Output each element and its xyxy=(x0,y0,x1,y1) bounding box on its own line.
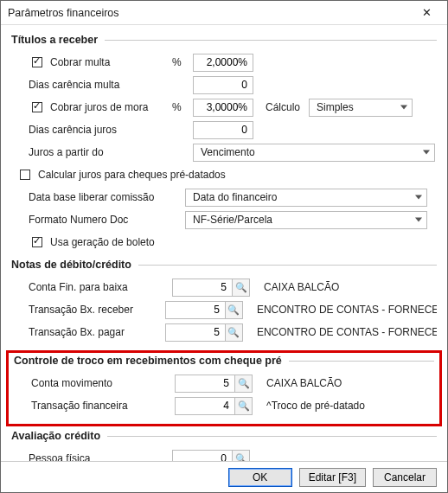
conta-mov-label: Conta movimento xyxy=(31,377,112,389)
carencia-juros-input[interactable] xyxy=(193,121,253,139)
chevron-down-icon xyxy=(415,195,422,200)
tx-fin-desc: ^Troco de pré-datado xyxy=(266,400,365,412)
calc-precheque-label: Calcular juros para cheques pré-datados xyxy=(38,169,226,181)
mora-percent-input[interactable] xyxy=(193,99,253,117)
search-icon: 🔍 xyxy=(235,453,247,462)
ok-button[interactable]: OK xyxy=(228,468,292,487)
conta-fin-input[interactable] xyxy=(172,279,233,297)
group-titulos: Títulos a receber Cobrar multa % Dias ca… xyxy=(11,34,437,255)
carencia-juros-label: Dias carência juros xyxy=(29,124,117,136)
group-header-debito: Notas de débito/crédito xyxy=(11,259,437,271)
carencia-multa-label: Dias carência multa xyxy=(29,79,119,91)
tx-pagar-lookup-button[interactable]: 🔍 xyxy=(226,323,243,342)
juros-apartir-value: Vencimento xyxy=(201,146,255,158)
separator-line xyxy=(105,40,437,41)
separator-line xyxy=(107,436,437,437)
dialog-window: Parâmetros financeiros ✕ Títulos a receb… xyxy=(0,0,448,493)
group-debito: Notas de débito/crédito Conta Fin. para … xyxy=(11,259,437,345)
highlight-box: Controle de troco em recebimentos com ch… xyxy=(6,350,442,426)
chevron-down-icon xyxy=(423,150,430,155)
group-header-label: Notas de débito/crédito xyxy=(11,259,131,271)
calculo-label: Cálculo xyxy=(266,101,300,113)
tx-receber-lookup-button[interactable]: 🔍 xyxy=(226,301,243,319)
chevron-down-icon xyxy=(415,218,422,222)
conta-mov-input[interactable] xyxy=(175,375,235,393)
titlebar: Parâmetros financeiros ✕ xyxy=(1,1,447,25)
cobrar-mora-label: Cobrar juros de mora xyxy=(50,101,148,113)
data-base-combo[interactable]: Data do financeiro xyxy=(185,189,427,207)
group-header-titulos: Títulos a receber xyxy=(11,34,437,46)
usa-boleto-label: Usa geração de boleto xyxy=(50,236,155,248)
pf-lookup-button[interactable]: 🔍 xyxy=(233,450,250,462)
cobrar-multa-checkbox[interactable] xyxy=(32,57,42,67)
pf-label: Pessoa física xyxy=(29,452,90,461)
juros-apartir-label: Juros a partir do xyxy=(29,146,104,158)
pf-input[interactable] xyxy=(172,450,233,462)
group-header-label: Avaliação crédito xyxy=(11,430,100,442)
formato-doc-combo[interactable]: NF-Série/Parcela xyxy=(185,211,427,229)
separator-line xyxy=(289,361,434,362)
conta-mov-lookup-button[interactable]: 🔍 xyxy=(235,375,253,393)
cobrar-multa-label: Cobrar multa xyxy=(50,56,110,68)
close-button[interactable]: ✕ xyxy=(411,3,442,23)
data-base-label: Data base liberar comissão xyxy=(29,191,154,203)
chevron-down-icon xyxy=(400,106,407,110)
content-area: Títulos a receber Cobrar multa % Dias ca… xyxy=(1,25,447,461)
search-icon: 🔍 xyxy=(238,400,250,412)
tx-pagar-desc: ENCONTRO DE CONTAS - FORNECED xyxy=(257,326,437,338)
cobrar-mora-checkbox[interactable] xyxy=(32,102,42,112)
group-troco: Controle de troco em recebimentos com ch… xyxy=(14,355,434,419)
editar-button[interactable]: Editar [F3] xyxy=(299,468,366,487)
search-icon: 🔍 xyxy=(235,282,247,293)
group-avaliacao: Avaliação crédito Pessoa física 🔍 Pessoa… xyxy=(11,430,437,461)
tx-receber-input[interactable] xyxy=(165,301,226,319)
close-icon: ✕ xyxy=(422,6,432,19)
tx-fin-label: Transação financeira xyxy=(31,400,128,412)
search-icon: 🔍 xyxy=(227,327,240,338)
tx-fin-input[interactable] xyxy=(175,397,235,415)
group-header-troco: Controle de troco em recebimentos com ch… xyxy=(14,355,434,367)
conta-fin-desc: CAIXA BALCÃO xyxy=(264,281,339,293)
cancelar-button[interactable]: Cancelar xyxy=(373,468,437,487)
conta-fin-lookup-button[interactable]: 🔍 xyxy=(233,279,250,297)
separator-line xyxy=(138,265,437,266)
editar-button-label: Editar [F3] xyxy=(309,471,356,483)
tx-receber-label: Transação Bx. receber xyxy=(29,304,133,316)
group-header-avaliacao: Avaliação crédito xyxy=(11,430,437,442)
tx-fin-lookup-button[interactable]: 🔍 xyxy=(235,397,253,415)
footer: OK Editar [F3] Cancelar xyxy=(1,461,447,492)
cancelar-button-label: Cancelar xyxy=(384,471,426,483)
percent-mark: % xyxy=(172,101,188,113)
formato-doc-label: Formato Numero Doc xyxy=(29,214,128,226)
percent-mark: % xyxy=(172,56,188,68)
carencia-multa-input[interactable] xyxy=(193,76,253,94)
calculo-combo-value: Simples xyxy=(317,101,354,113)
usa-boleto-checkbox[interactable] xyxy=(32,237,42,247)
window-title: Parâmetros financeiros xyxy=(8,7,411,19)
data-base-value: Data do financeiro xyxy=(193,191,277,203)
multa-percent-input[interactable] xyxy=(193,54,253,72)
ok-button-label: OK xyxy=(253,471,267,483)
calculo-combo[interactable]: Simples xyxy=(309,99,413,117)
search-icon: 🔍 xyxy=(227,304,240,316)
group-header-label: Títulos a receber xyxy=(11,34,98,46)
calc-precheque-checkbox[interactable] xyxy=(20,170,30,180)
formato-doc-value: NF-Série/Parcela xyxy=(193,214,272,226)
tx-receber-desc: ENCONTRO DE CONTAS - FORNECED xyxy=(257,304,437,316)
conta-fin-label: Conta Fin. para baixa xyxy=(29,281,128,293)
tx-pagar-input[interactable] xyxy=(165,323,226,342)
group-header-label: Controle de troco em recebimentos com ch… xyxy=(14,355,282,367)
search-icon: 🔍 xyxy=(238,378,250,389)
tx-pagar-label: Transação Bx. pagar xyxy=(29,326,125,338)
conta-mov-desc: CAIXA BALCÃO xyxy=(266,377,342,389)
juros-apartir-combo[interactable]: Vencimento xyxy=(193,144,435,162)
